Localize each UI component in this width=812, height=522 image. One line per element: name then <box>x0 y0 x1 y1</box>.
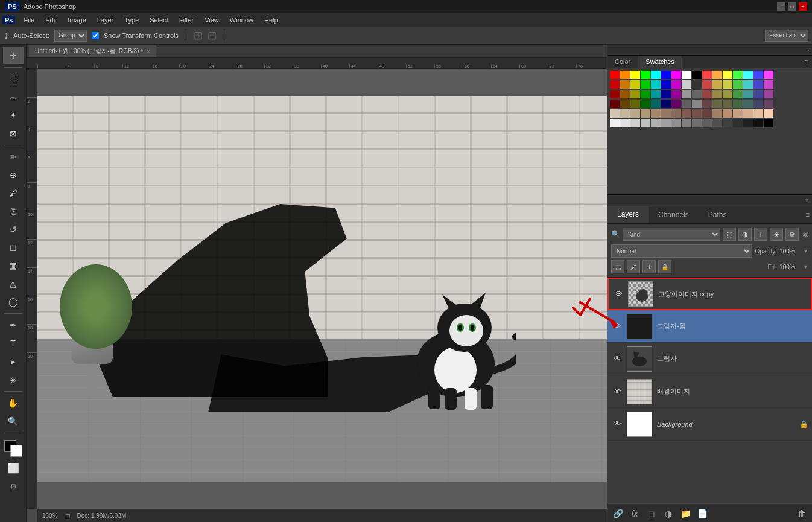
swatch-color[interactable] <box>692 100 702 108</box>
swatch-color[interactable] <box>682 119 691 127</box>
marquee-tool[interactable]: ⬚ <box>3 71 24 88</box>
menu-view[interactable]: View <box>200 15 224 25</box>
document-tab[interactable]: Untitled-1 @ 100% (그림자-몸, RGB/8) * × <box>29 45 156 57</box>
shape-tool[interactable]: ◈ <box>3 371 24 388</box>
swatch-color[interactable] <box>764 71 773 79</box>
swatch-color[interactable] <box>682 109 691 118</box>
swatch-color[interactable] <box>651 71 661 79</box>
swatch-color[interactable] <box>753 109 763 118</box>
swatch-color[interactable] <box>620 109 630 118</box>
swatch-color[interactable] <box>610 71 620 79</box>
swatch-color[interactable] <box>743 100 753 108</box>
swatch-color[interactable] <box>610 119 620 127</box>
filter-pixel-btn[interactable]: ⬚ <box>723 228 736 241</box>
swatch-color[interactable] <box>630 109 640 118</box>
swatch-color[interactable] <box>733 90 743 98</box>
swatch-color[interactable] <box>733 71 743 79</box>
layer-item-shadow-body[interactable]: 👁 그림자-몸 <box>607 310 812 343</box>
layer-item-shadow[interactable]: 👁 그림자 <box>607 343 812 375</box>
menu-type[interactable]: Type <box>119 15 144 25</box>
swatch-color[interactable] <box>764 100 773 108</box>
layer-item-cat-copy[interactable]: 👁 고양이이미지 copy <box>607 278 812 310</box>
text-tool[interactable]: T <box>3 335 24 352</box>
history-brush-tool[interactable]: ↺ <box>3 221 24 238</box>
swatch-color[interactable] <box>630 90 640 98</box>
swatch-color[interactable] <box>712 90 722 98</box>
swatch-color[interactable] <box>661 119 671 127</box>
swatch-color[interactable] <box>671 80 681 89</box>
swatch-color[interactable] <box>661 80 671 89</box>
swatch-color[interactable] <box>682 90 691 98</box>
swatch-color[interactable] <box>610 90 620 98</box>
workspace-select[interactable]: Essentials <box>765 30 808 42</box>
dodge-tool[interactable]: ◯ <box>3 293 24 310</box>
swatch-color[interactable] <box>641 71 650 79</box>
swatch-color[interactable] <box>692 119 702 127</box>
tab-channels[interactable]: Channels <box>649 207 699 223</box>
swatch-color[interactable] <box>641 119 650 127</box>
swatch-color[interactable] <box>651 90 661 98</box>
path-select-tool[interactable]: ▸ <box>3 353 24 370</box>
swatch-color[interactable] <box>692 109 702 118</box>
swatch-color[interactable] <box>712 119 722 127</box>
zoom-tool[interactable]: 🔍 <box>3 413 24 430</box>
swatch-color[interactable] <box>661 100 671 108</box>
swatch-color[interactable] <box>702 100 712 108</box>
hand-tool[interactable]: ✋ <box>3 395 24 412</box>
collapse-icon[interactable]: « <box>806 46 810 53</box>
swatch-color[interactable] <box>702 109 712 118</box>
close-button[interactable]: × <box>799 2 807 11</box>
swatch-color[interactable] <box>661 109 671 118</box>
show-transform-checkbox[interactable] <box>92 32 99 39</box>
swatch-color[interactable] <box>702 80 712 89</box>
lock-all-btn[interactable]: 🔒 <box>658 260 671 273</box>
swatch-color[interactable] <box>712 71 722 79</box>
swatch-color[interactable] <box>733 109 743 118</box>
swatch-color[interactable] <box>641 100 650 108</box>
swatch-color[interactable] <box>743 119 753 127</box>
swatch-color[interactable] <box>702 119 712 127</box>
swatch-color[interactable] <box>630 100 640 108</box>
swatch-color[interactable] <box>702 90 712 98</box>
minimize-button[interactable]: — <box>777 2 785 11</box>
menu-edit[interactable]: Edit <box>40 15 62 25</box>
layer-item-bg-image[interactable]: 👁 배경이미지 <box>607 375 812 408</box>
fx-button[interactable]: fx <box>628 508 641 520</box>
swatch-color[interactable] <box>620 80 630 89</box>
swatch-color[interactable] <box>733 119 743 127</box>
eye-toggle-shadow-body[interactable]: 👁 <box>611 320 623 333</box>
filter-shape-btn[interactable]: ◈ <box>770 228 783 241</box>
swatch-color[interactable] <box>723 109 732 118</box>
close-tab-icon[interactable]: × <box>147 48 150 55</box>
tab-layers[interactable]: Layers <box>607 206 649 223</box>
swatch-color[interactable] <box>620 119 630 127</box>
menu-file[interactable]: File <box>19 15 39 25</box>
quick-mask-button[interactable]: ⬜ <box>3 459 24 476</box>
swatch-color[interactable] <box>620 71 630 79</box>
lock-transparent-btn[interactable]: ⬚ <box>611 260 624 273</box>
new-group-button[interactable]: 📁 <box>679 508 692 520</box>
swatch-color[interactable] <box>753 80 763 89</box>
eraser-tool[interactable]: ◻ <box>3 239 24 256</box>
swatch-color[interactable] <box>671 109 681 118</box>
background-color[interactable] <box>10 445 22 457</box>
blur-tool[interactable]: △ <box>3 275 24 292</box>
swatch-color[interactable] <box>723 100 732 108</box>
eye-toggle-bg-image[interactable]: 👁 <box>611 386 623 398</box>
swatch-color[interactable] <box>753 90 763 98</box>
swatch-color[interactable] <box>630 80 640 89</box>
filter-adjustment-btn[interactable]: ◑ <box>738 228 752 241</box>
menu-image[interactable]: Image <box>63 15 91 25</box>
eye-toggle-cat-copy[interactable]: 👁 <box>612 288 624 300</box>
fill-dropdown-icon[interactable]: ▼ <box>803 264 808 270</box>
swatch-color[interactable] <box>651 100 661 108</box>
swatch-color[interactable] <box>764 109 773 118</box>
brush-tool[interactable]: 🖌 <box>3 185 24 202</box>
panel-options-icon[interactable]: ≡ <box>805 58 808 65</box>
swatch-color[interactable] <box>764 90 773 98</box>
swatch-color[interactable] <box>630 71 640 79</box>
swatch-color[interactable] <box>692 80 702 89</box>
swatch-color[interactable] <box>753 119 763 127</box>
swatch-color[interactable] <box>682 71 691 79</box>
eye-toggle-background[interactable]: 👁 <box>611 418 623 430</box>
